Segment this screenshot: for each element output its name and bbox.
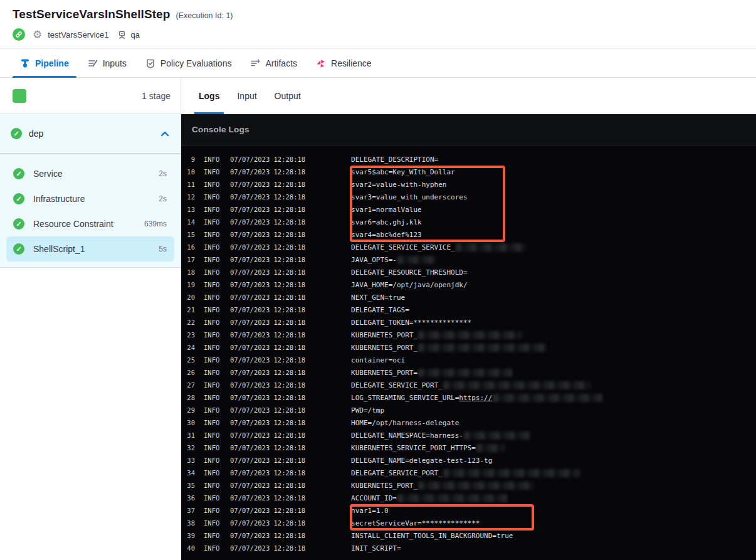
- log-ln: 16: [181, 243, 195, 251]
- log-lvl: INFO: [204, 381, 221, 389]
- tab-input[interactable]: Input: [233, 78, 261, 114]
- tab-policy-evaluations[interactable]: Policy Evaluations: [138, 49, 239, 77]
- step-label: ShellScript_1: [33, 244, 85, 254]
- log-text: secretServiceVar=**************: [351, 519, 480, 527]
- tab-artifacts[interactable]: Artifacts: [243, 49, 305, 77]
- log-ln: 21: [181, 306, 195, 314]
- log-tms: 07/07/2023 12:28:18: [230, 356, 305, 364]
- log-lvl: INFO: [204, 431, 221, 439]
- log-message: container=oci: [351, 356, 405, 364]
- tab-logs[interactable]: Logs: [194, 78, 224, 114]
- log-lvl: INFO: [204, 369, 221, 376]
- log-text: DELEGATE_SERVICE_PORT_: [351, 469, 443, 477]
- stage-row-dep[interactable]: ✓ dep: [0, 114, 181, 154]
- log-message: DELEGATE_DESCRIPTION=: [351, 156, 438, 164]
- log-message: svar2=value-with-hyphen: [351, 181, 446, 189]
- log-ln: 12: [181, 193, 195, 201]
- log-line: 21INFO07/07/2023 12:28:18DELEGATE_TAGS=: [181, 304, 756, 316]
- log-text: container=oci: [351, 356, 405, 364]
- log-message: INSTALL_CLIENT_TOOLS_IN_BACKGROUND=true: [351, 532, 513, 540]
- log-lvl: INFO: [204, 168, 221, 176]
- log-link[interactable]: https://: [459, 394, 492, 402]
- log-tms: 07/07/2023 12:28:18: [230, 206, 305, 213]
- console-header[interactable]: Console Logs: [181, 114, 756, 145]
- stage-status-square: [13, 89, 26, 103]
- log-tms: 07/07/2023 12:28:18: [230, 457, 305, 464]
- log-text: HOME=/opt/harness-delegate: [351, 419, 459, 427]
- log-text: ACCOUNT_ID=: [351, 494, 397, 502]
- log-line: 11INFO07/07/2023 12:28:18svar2=value-wit…: [181, 178, 756, 191]
- log-text: KUBERNETES_PORT_: [351, 331, 417, 339]
- log-message: INIT_SCRIPT=: [351, 544, 401, 552]
- log-text: JAVA_HOME=/opt/java/openjdk/: [351, 281, 467, 289]
- stage-name: dep: [29, 129, 43, 139]
- log-ln: 38: [181, 519, 195, 527]
- log-text: svar4=abc%def%123: [351, 231, 422, 239]
- log-lvl: INFO: [204, 206, 221, 213]
- log-message: JAVA_HOME=/opt/java/openjdk/: [351, 281, 467, 289]
- execution-id: (Execution Id: 1): [176, 11, 233, 20]
- redacted-text: [418, 344, 547, 352]
- tab-label: Policy Evaluations: [160, 58, 232, 68]
- log-lvl: INFO: [204, 507, 221, 514]
- step-duration: 639ms: [144, 219, 167, 228]
- log-lvl: INFO: [204, 256, 221, 263]
- service-name[interactable]: testVarsService1: [48, 30, 108, 40]
- log-tab-bar: Logs Input Output: [181, 78, 756, 114]
- log-message: DELEGATE_SERVICE_SERVICE_: [351, 243, 526, 251]
- log-line: 30INFO07/07/2023 12:28:18HOME=/opt/harne…: [181, 416, 756, 429]
- success-check-icon: ✓: [11, 128, 22, 139]
- step-row-shellscript-1[interactable]: ✓ ShellScript_1 5s: [6, 236, 174, 262]
- success-check-icon: ✓: [13, 243, 24, 255]
- log-line: 10INFO07/07/2023 12:28:18svar5$abc=Key_W…: [181, 166, 756, 178]
- log-lvl: INFO: [204, 457, 221, 464]
- success-check-icon: ✓: [13, 168, 24, 179]
- tab-output[interactable]: Output: [270, 78, 305, 114]
- log-lvl: INFO: [204, 218, 221, 226]
- log-ln: 35: [181, 482, 195, 489]
- log-ln: 25: [181, 356, 195, 364]
- tab-resilience[interactable]: Resilience: [308, 49, 379, 77]
- cd-module-icon: [13, 28, 25, 41]
- tab-label: Inputs: [103, 58, 127, 68]
- log-message: svar3=value_with_underscores: [351, 193, 467, 201]
- environment-name[interactable]: qa: [131, 30, 140, 40]
- step-row-resource-constraint[interactable]: ✓ Resource Constraint 639ms: [6, 211, 174, 236]
- tab-pipeline[interactable]: Pipeline: [13, 49, 76, 77]
- log-lvl: INFO: [204, 532, 221, 539]
- log-text: DELEGATE_RESOURCE_THRESHOLD=: [351, 268, 467, 277]
- log-tms: 07/07/2023 12:28:18: [230, 482, 305, 489]
- log-text: DELEGATE_TOKEN=**************: [351, 319, 471, 327]
- chevron-up-icon[interactable]: [160, 131, 169, 137]
- page-title: TestServiceVarsInShellStep: [13, 8, 170, 21]
- log-lvl: INFO: [204, 482, 221, 489]
- log-ln: 29: [181, 406, 195, 414]
- log-line: 22INFO07/07/2023 12:28:18DELEGATE_TOKEN=…: [181, 316, 756, 329]
- success-check-icon: ✓: [13, 218, 24, 230]
- log-line: 12INFO07/07/2023 12:28:18svar3=value_wit…: [181, 191, 756, 203]
- log-line: 23INFO07/07/2023 12:28:18KUBERNETES_PORT…: [181, 329, 756, 341]
- log-lvl: INFO: [204, 406, 221, 414]
- log-ln: 14: [181, 218, 195, 226]
- log-lvl: INFO: [204, 268, 221, 276]
- log-ln: 31: [181, 431, 195, 439]
- tab-inputs[interactable]: Inputs: [80, 49, 134, 77]
- log-ln: 22: [181, 319, 195, 326]
- log-text: svar3=value_with_underscores: [351, 193, 467, 201]
- log-tms: 07/07/2023 12:28:18: [230, 319, 305, 326]
- redacted-text: [476, 444, 505, 452]
- log-line: 40INFO07/07/2023 12:28:18INIT_SCRIPT=: [181, 542, 756, 554]
- log-lvl: INFO: [204, 331, 221, 339]
- log-line: 33INFO07/07/2023 12:28:18DELEGATE_NAME=d…: [181, 454, 756, 467]
- step-row-service[interactable]: ✓ Service 2s: [6, 161, 174, 186]
- log-text: NEXT_GEN=true: [351, 293, 405, 302]
- stage-tree: ✓ dep ✓ Service 2s ✓: [0, 114, 181, 268]
- log-ln: 20: [181, 293, 195, 301]
- log-area[interactable]: 9INFO07/07/2023 12:28:18DELEGATE_DESCRIP…: [181, 145, 756, 560]
- step-label: Resource Constraint: [33, 219, 113, 229]
- step-row-infrastructure[interactable]: ✓ Infrastructure 2s: [6, 186, 174, 211]
- log-line: 26INFO07/07/2023 12:28:18KUBERNETES_PORT…: [181, 366, 756, 379]
- log-text: svar1=normalValue: [351, 206, 422, 214]
- log-ln: 37: [181, 507, 195, 514]
- log-tms: 07/07/2023 12:28:18: [230, 431, 305, 439]
